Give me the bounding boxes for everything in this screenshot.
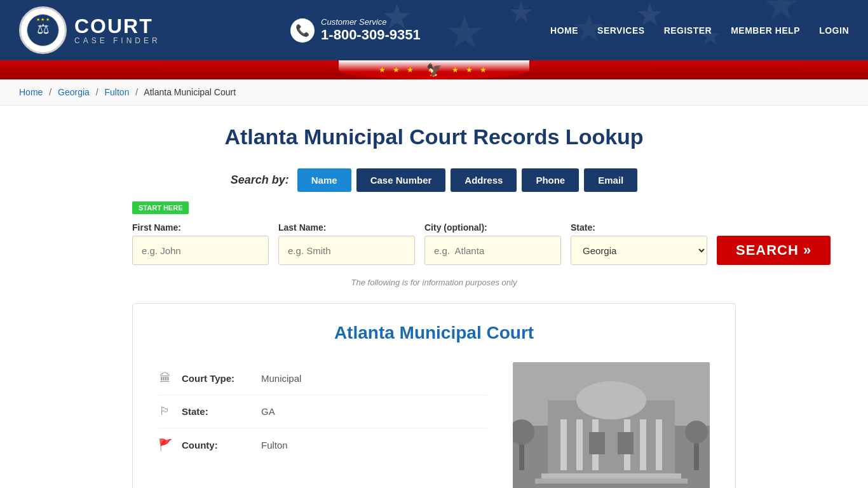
phone-area: 📞 Customer Service 1-800-309-9351 xyxy=(290,17,421,43)
court-type-row: 🏛 Court Type: Municipal xyxy=(158,362,487,395)
logo-area: ⚖ ★ ★ ★ COURT CASE FINDER xyxy=(19,6,161,54)
ribbon-stars-left: ★ ★ ★ xyxy=(379,65,417,74)
svg-text:★: ★ xyxy=(508,0,534,29)
nav-login[interactable]: LOGIN xyxy=(819,25,849,36)
first-name-label: First Name: xyxy=(132,222,269,233)
city-label: City (optional): xyxy=(424,222,561,233)
breadcrumb-sep-3: / xyxy=(135,87,138,97)
nav-home[interactable]: HOME xyxy=(550,25,578,36)
phone-icon: 📞 xyxy=(290,18,315,43)
county-value: Fulton xyxy=(261,440,288,451)
logo-case-finder-text: CASE FINDER xyxy=(74,36,161,45)
svg-text:★: ★ xyxy=(445,8,485,57)
search-by-label: Search by: xyxy=(231,173,289,187)
svg-rect-15 xyxy=(602,384,621,403)
court-info-card: Atlanta Municipal Court 🏛 Court Type: Mu… xyxy=(132,303,736,488)
breadcrumb: Home / Georgia / Fulton / Atlanta Munici… xyxy=(0,79,868,105)
page-title: Atlanta Municipal Court Records Lookup xyxy=(32,125,836,149)
county-icon: 🚩 xyxy=(158,438,172,452)
search-by-row: Search by: Name Case Number Address Phon… xyxy=(132,168,736,192)
logo-emblem: ⚖ ★ ★ ★ xyxy=(19,6,67,54)
breadcrumb-current: Atlanta Municipal Court xyxy=(144,87,236,97)
breadcrumb-sep-1: / xyxy=(49,87,51,97)
court-type-label: Court Type: xyxy=(182,373,252,384)
eagle-symbol: 🦅 xyxy=(426,62,442,78)
svg-rect-24 xyxy=(589,432,605,454)
state-icon: 🏳 xyxy=(158,405,172,418)
logo-court-text: COURT xyxy=(74,16,161,36)
banner-ribbon: ★ ★ ★ 🦅 ★ ★ ★ xyxy=(0,60,868,79)
breadcrumb-sep-2: / xyxy=(96,87,98,97)
search-section: Search by: Name Case Number Address Phon… xyxy=(132,168,736,488)
svg-text:★ ★ ★: ★ ★ ★ xyxy=(36,17,50,22)
main-nav: HOME SERVICES REGISTER MEMBER HELP LOGIN xyxy=(550,25,849,36)
header: ★ ★ ★ ★ ★ ★ ★ ★ ⚖ ★ ★ ★ COURT CASE FINDE… xyxy=(0,0,868,60)
svg-rect-16 xyxy=(560,419,567,470)
main-content: Atlanta Municipal Court Records Lookup S… xyxy=(0,105,868,488)
court-details: 🏛 Court Type: Municipal 🏳 State: GA 🚩 Co… xyxy=(158,362,487,461)
last-name-group: Last Name: xyxy=(278,222,415,265)
court-info-body: 🏛 Court Type: Municipal 🏳 State: GA 🚩 Co… xyxy=(158,362,710,488)
ribbon-stars-right: ★ ★ ★ xyxy=(452,65,490,74)
svg-rect-20 xyxy=(640,419,646,470)
breadcrumb-state[interactable]: Georgia xyxy=(58,87,90,97)
start-here-badge: START HERE xyxy=(132,201,189,214)
svg-text:⚖: ⚖ xyxy=(37,21,50,37)
state-select[interactable]: Georgia Alabama Florida South Carolina T… xyxy=(571,236,707,265)
phone-text: Customer Service 1-800-309-9351 xyxy=(321,17,421,43)
state-label-detail: State: xyxy=(182,406,252,417)
last-name-label: Last Name: xyxy=(278,222,415,233)
logo-text: COURT CASE FINDER xyxy=(74,16,161,45)
ribbon-eagle: ★ ★ ★ 🦅 ★ ★ ★ xyxy=(379,62,489,78)
city-input[interactable] xyxy=(424,236,561,265)
svg-text:★: ★ xyxy=(763,0,799,28)
first-name-input[interactable] xyxy=(132,236,269,265)
court-info-title: Atlanta Municipal Court xyxy=(158,323,710,343)
nav-member-help[interactable]: MEMBER HELP xyxy=(731,25,800,36)
svg-rect-23 xyxy=(535,478,688,484)
info-note: The following is for information purpose… xyxy=(132,278,736,287)
search-button[interactable]: SEARCH » xyxy=(717,236,831,265)
svg-rect-22 xyxy=(541,473,681,478)
first-name-group: First Name: xyxy=(132,222,269,265)
court-type-icon: 🏛 xyxy=(158,372,172,385)
svg-rect-25 xyxy=(618,432,634,454)
tab-address[interactable]: Address xyxy=(451,168,517,192)
nav-services[interactable]: SERVICES xyxy=(597,25,645,36)
city-group: City (optional): xyxy=(424,222,561,265)
phone-number: 1-800-309-9351 xyxy=(321,27,421,43)
tab-phone[interactable]: Phone xyxy=(522,168,579,192)
court-type-value: Municipal xyxy=(261,373,301,384)
breadcrumb-home[interactable]: Home xyxy=(19,87,43,97)
tab-email[interactable]: Email xyxy=(584,168,637,192)
last-name-input[interactable] xyxy=(278,236,415,265)
state-row: 🏳 State: GA xyxy=(158,395,487,428)
tab-name[interactable]: Name xyxy=(297,168,351,192)
court-image-area xyxy=(513,362,710,488)
breadcrumb-county[interactable]: Fulton xyxy=(105,87,130,97)
customer-service-label: Customer Service xyxy=(321,17,421,27)
state-group: State: Georgia Alabama Florida South Car… xyxy=(571,222,707,265)
county-label: County: xyxy=(182,440,252,451)
state-value: GA xyxy=(261,406,275,417)
svg-point-29 xyxy=(685,421,708,444)
svg-rect-21 xyxy=(656,419,662,470)
nav-register[interactable]: REGISTER xyxy=(664,25,712,36)
county-row: 🚩 County: Fulton xyxy=(158,428,487,461)
svg-rect-17 xyxy=(576,419,583,470)
tab-case-number[interactable]: Case Number xyxy=(356,168,446,192)
state-label: State: xyxy=(571,222,707,233)
search-fields-row: First Name: Last Name: City (optional): … xyxy=(132,222,736,265)
